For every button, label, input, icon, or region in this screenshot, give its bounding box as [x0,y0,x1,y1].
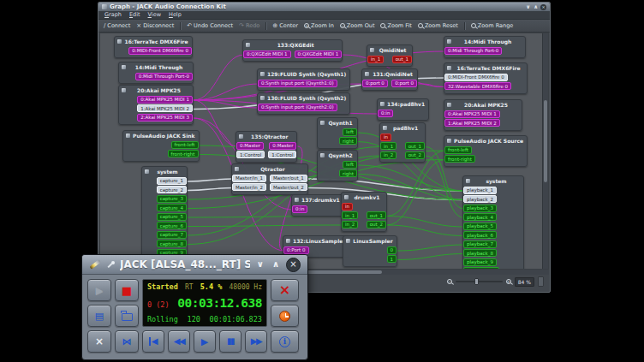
graph-node-qmidinet-j[interactable]: QmidiNetin_1out_1 [367,45,413,67]
zoom-out-icon[interactable]: − [447,279,452,284]
zoom-out-button[interactable]: −Zoom Out [340,23,375,29]
zoom-slider[interactable] [456,281,503,282]
connection[interactable] [194,84,259,100]
port-out-master-out-2[interactable]: Master/out_2 [270,183,307,191]
port-out-capture-1[interactable]: capture_1 [157,177,187,185]
connection[interactable] [418,84,445,87]
connection[interactable] [188,188,233,191]
graph-node-drum-a[interactable]: 137:drumkv10:in [291,194,344,217]
port-out-capture-2[interactable]: capture_2 [157,186,187,193]
graph-node-fluid2[interactable]: 130:FLUID Synth (Qsynth2)0:Synth input p… [257,92,350,115]
jack-window-titlebar[interactable]: JACK [ALSA_48..._RT] Started. ∨ ∧ × [82,255,307,275]
node-header[interactable]: Qsynth1 [318,118,357,127]
port-out-out-1[interactable]: out_1 [405,142,425,150]
graph-node-qxgedit[interactable]: 133:QXGEdit0:QXGEdit MIDI 10:QXGEdit MID… [242,39,343,62]
graph-node-akai-left[interactable]: 20:Akai MPK250:Akai MPK25 MIDI 11:Akai M… [118,85,194,125]
minimize-button[interactable]: ∨ [525,4,531,9]
port-in-in-2[interactable]: in_2 [342,221,358,228]
node-header[interactable]: 20:Akai MPK25 [444,100,522,109]
graph-node-pa-sink[interactable]: PulseAudio JACK Sinkfront-leftfront-righ… [122,130,200,162]
node-header[interactable]: 14:Midi Through [444,37,525,45]
graph-node-akai-r[interactable]: 20:Akai MPK250:Akai MPK25 MIDI 11:Akai M… [444,99,522,131]
port-out-left[interactable]: left [343,161,357,169]
port-in-0-synth-input-port-qsynth1-0-[interactable]: 0:Synth input port (Qsynth1:0) [258,80,337,87]
disconnect-button[interactable]: ×Disconnect [136,23,174,29]
zoom-range-button[interactable]: Zoom Range [471,23,513,29]
node-header[interactable]: drumkv1 [342,193,386,201]
rewind-button[interactable]: ◀◀ [168,330,190,353]
port-in-playback-7[interactable]: playback_7 [463,240,497,248]
port-out-left[interactable]: left [343,128,357,136]
graph-node-tt-left[interactable]: 16:TerraTec DMX6Fire0:MIDI-Front DMX6fir… [114,36,193,58]
port-out-0-master[interactable]: 0:Master [269,142,296,150]
connection[interactable] [188,179,233,181]
port-in-in-2[interactable]: in_2 [380,151,397,159]
port-out-out-1[interactable]: out_1 [367,211,386,219]
port-in-0-midi-through-port-0[interactable]: 0:Midi Through Port-0 [444,47,502,55]
connection[interactable] [397,245,464,251]
jack-shade-button[interactable]: ∧ [271,260,281,269]
port-out-capture-3[interactable]: capture_3 [157,195,187,203]
connection[interactable] [194,100,259,108]
port-out-out-2[interactable]: out_2 [405,151,425,159]
vertical-scrollbar-handle[interactable] [544,100,547,182]
connection[interactable] [387,160,445,226]
port-out-out-2[interactable]: out_2 [367,221,386,228]
graph-node-pa-source[interactable]: PulseAudio JACK Sourcefront-leftfront-ri… [444,135,528,167]
menu-edit[interactable]: Edit [129,12,140,18]
zoom-spinner[interactable] [538,276,544,287]
port-out-capture-7[interactable]: capture_7 [157,231,187,239]
port-in-0-port-0[interactable]: 0:Port 0 [283,246,309,254]
port-in-0-master[interactable]: 0:Master [236,142,264,150]
zoom-in-button[interactable]: +Zoom In [304,23,334,29]
graph-node-drum-j[interactable]: drumkv1inin_1out_1in_2out_2 [341,192,387,232]
port-in-playback-4[interactable]: playback_4 [463,213,497,221]
port-in-0-akai-mpk25-midi-1[interactable]: 0:Akai MPK25 MIDI 1 [444,110,500,118]
port-in-0-in[interactable]: 0:in [292,205,307,213]
node-header[interactable]: system [142,167,187,175]
port-in-0-synth-input-port-qsynth2-0-[interactable]: 0:Synth input port (Qsynth2:0) [258,104,337,111]
port-out-0-akai-mpk25-midi-1[interactable]: 0:Akai MPK25 MIDI 1 [137,96,193,104]
connection[interactable] [387,225,464,236]
node-header[interactable]: 134:pad8hv1 [378,99,428,108]
zoom-value[interactable]: 84 % [515,277,534,287]
node-header[interactable]: Qsynth2 [318,151,357,159]
port-in-in[interactable]: in [342,203,353,211]
graph-canvas[interactable]: 16:TerraTec DMX6Fire0:MIDI-Front DMX6fir… [99,33,549,270]
port-in-playback-2[interactable]: playback_2 [463,195,497,203]
zoom-reset-button[interactable]: Zoom Reset [418,23,458,29]
node-header[interactable]: 130:FLUID Synth (Qsynth2) [258,93,349,102]
port-in-0-qxgedit-midi-1[interactable]: 0:QXGEdit MIDI 1 [243,50,291,58]
node-header[interactable]: 16:TerraTec DMX6Fire [115,37,192,45]
graph-node-mt-right[interactable]: 14:Midi Through0:Midi Through Port-0 [444,36,526,58]
port-in-0-midi-front-dmx6fire-0[interactable]: 0:MIDI-Front DMX6fire 0 [444,74,508,81]
port-out-0-midi-front-dmx6fire-0[interactable]: 0:MIDI-Front DMX6fire 0 [128,47,192,55]
node-header[interactable]: QmidiNet [367,45,412,54]
node-header[interactable]: pad8hv1 [380,123,425,132]
connection[interactable] [188,225,343,227]
undo-connect-button[interactable]: ↶Undo Connect [187,23,233,29]
node-header[interactable]: LinuxSampler [343,236,397,245]
connection[interactable] [194,100,237,146]
port-out-capture-6[interactable]: capture_6 [157,222,187,229]
stop-button[interactable]: ■ [115,279,139,301]
node-header[interactable]: 133:QXGEdit [243,40,342,49]
graph-node-ls-j[interactable]: LinuxSampler01 [343,235,397,267]
node-header[interactable]: PulseAudio JACK Sink [123,131,199,139]
port-out-2-akai-mpk25-midi-3[interactable]: 2:Akai MPK25 MIDI 3 [137,114,193,122]
port-out-front-right[interactable]: front-right [168,150,199,157]
node-header[interactable]: Qtractor [232,164,307,173]
menu-help[interactable]: Help [169,12,182,18]
center-button[interactable]: ⊕Center [272,23,298,29]
port-in-in-1[interactable]: in_1 [342,211,358,219]
port-in-master-in-1[interactable]: Master/in_1 [232,175,266,182]
graph-node-qtr-j[interactable]: QtractorMaster/in_1Master/out_1Master/in… [231,163,308,195]
node-header[interactable]: 129:FLUID Synth (Qsynth1) [258,69,349,78]
zoom-fit-button[interactable]: Zoom Fit [380,23,411,29]
connection[interactable] [397,254,464,260]
connection[interactable] [358,165,464,191]
connect-button[interactable]: ∕Connect [104,23,130,29]
node-header[interactable]: 14:Midi Through [119,62,193,71]
port-in-in-1[interactable]: in_1 [367,56,384,63]
port-in-master-in-2[interactable]: Master/in_2 [232,183,266,191]
